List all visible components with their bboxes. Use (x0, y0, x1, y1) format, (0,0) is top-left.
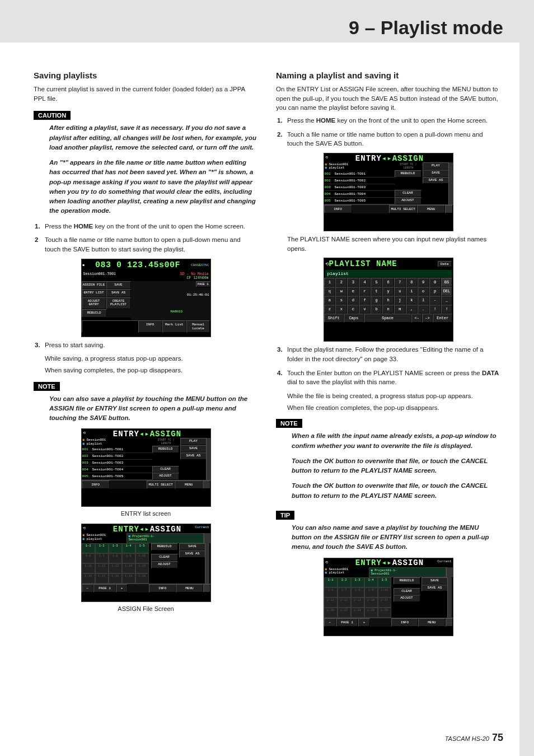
page-plus[interactable]: + (116, 584, 128, 592)
menu-button[interactable]: MENU (176, 584, 203, 592)
content-columns: Saving playlists The current playlist is… (34, 67, 500, 734)
adjust-entry-button[interactable]: ADJUST ENTRY (82, 297, 106, 309)
clear-button[interactable]: CLEAR (395, 190, 421, 197)
session-name: Session001-T001 (83, 272, 116, 280)
entry-list-illustration: ⟲ ENTRY◂▸ASSIGN ▣ Session001 ▣ playlist … (81, 428, 211, 507)
caps-key[interactable]: Caps (344, 314, 364, 323)
shift-key[interactable]: Shift (324, 314, 344, 323)
assign-file-illustration: Current ⟲ ENTRY◂▸ASSIGN ▣ Session001 ▣ p… (81, 524, 211, 602)
save-as-button[interactable]: SAVE AS (106, 289, 131, 297)
date-button[interactable]: Date (438, 261, 451, 267)
step-3: 3. Press to start saving. (34, 340, 258, 350)
save-as-button[interactable]: SAVE AS (179, 550, 206, 558)
step-4: 4. Touch the Enter button on the PLAYLIS… (276, 368, 500, 387)
menu-button[interactable]: MENU (175, 480, 203, 489)
page: 9 – Playlist mode Saving playlists The c… (0, 0, 534, 756)
rebuild-button[interactable]: REBUILD (394, 577, 420, 585)
scroll-dots[interactable] (206, 438, 210, 480)
product-name: TASCAM HS-20 (445, 735, 489, 742)
naming-intro: On the ENTRY List or ASSIGN File screen,… (276, 85, 500, 113)
scroll-dots[interactable] (448, 162, 453, 204)
page-minus[interactable]: − (324, 618, 336, 627)
side-bar (519, 0, 534, 756)
step-1: 1. Press the HOME key on the front of th… (276, 116, 500, 125)
menu-button[interactable]: MENU (417, 205, 445, 213)
save-button[interactable]: SAVE (106, 281, 131, 290)
page-plus[interactable]: + (358, 618, 371, 627)
save-as-button[interactable]: SAVE AS (180, 452, 207, 460)
timer: 083 0 123.45s00F (95, 260, 180, 270)
adjust-button[interactable]: ADJUST (152, 473, 179, 480)
adjust-button[interactable]: ADJUST (395, 197, 421, 204)
assign-file-button[interactable]: ASSIGN FILE (82, 281, 106, 290)
step3-a: While saving, a progress status pop-up a… (34, 354, 258, 363)
enter-key[interactable]: Enter (433, 314, 453, 323)
saving-heading: Saving playlists (34, 71, 258, 80)
kbd-title: PLAYLIST NAME (329, 259, 397, 268)
save-as-button[interactable]: SAVE AS (423, 177, 449, 184)
entry-saveas-illustration: ⟲ ENTRY◂▸ASSIGN ▣ Session001 ▣ playlist … (324, 153, 453, 231)
info-button[interactable]: INFO (149, 584, 176, 592)
entry-list-button[interactable]: ENTRY LIST (82, 289, 106, 297)
info-button[interactable]: INFO (324, 205, 352, 213)
waveform-area: PAGE 1 01:25:46:01 MARK03 (131, 281, 210, 320)
note2: Touch the OK button to overwrite that fi… (276, 456, 500, 476)
save-as-button[interactable]: SAVE AS (421, 585, 448, 592)
play-button[interactable]: PLAY (180, 438, 207, 445)
play-button[interactable]: PLAY (423, 162, 449, 170)
save-button[interactable]: SAVE (423, 170, 449, 177)
step3-b: When saving completes, the pop-up disapp… (34, 366, 258, 375)
left-column: Saving playlists The current playlist is… (34, 67, 258, 734)
slot-grid: 1-11-21-31-41-5 1-61-71-81-91-10 1-111-1… (82, 543, 151, 584)
step-2: 2 Touch a file name or title name button… (34, 235, 258, 254)
left-arrow-key[interactable]: <- (411, 314, 422, 323)
current-label: Current (437, 559, 451, 563)
timecode: 01:25:46:01 (187, 293, 209, 297)
save-button[interactable]: SAVE (421, 577, 448, 585)
clear-button[interactable]: CLEAR (394, 588, 420, 595)
adjust-button[interactable]: ADJUST (151, 561, 178, 568)
rebuild-button[interactable]: REBUILD (152, 446, 179, 453)
right-arrow-key[interactable]: -> (422, 314, 433, 323)
mark-label: MARK03 (171, 310, 183, 314)
name-input[interactable]: playlist (325, 270, 452, 277)
saving-intro: The current playlist is saved in the cur… (34, 85, 258, 103)
rebuild-button[interactable]: REBUILD (82, 309, 107, 318)
rebuild-button[interactable]: REBUILD (151, 543, 178, 550)
step-3: 3. Input the playlist name. Follow the p… (276, 345, 500, 363)
info-button[interactable]: INFO (391, 618, 418, 627)
multi-select-button[interactable]: MULTI SELECT (389, 205, 417, 213)
scroll-dots[interactable] (205, 543, 209, 584)
info-button[interactable]: INFO (138, 320, 162, 333)
note-text: You can also save a playlist by touching… (34, 394, 258, 423)
step1-bold: HOME (74, 223, 93, 230)
multi-select-button[interactable]: MULTI SELECT (147, 480, 175, 489)
space-key[interactable]: Space (364, 314, 412, 323)
note3: Touch the OK button to overwrite that fi… (276, 481, 500, 501)
step-2: 2. Touch a file name or title name butto… (276, 130, 500, 148)
step-1: 1. Press the HOME key on the front of th… (34, 222, 258, 231)
save-button[interactable]: SAVE (180, 445, 207, 452)
naming-heading: Naming a playlist and saving it (276, 71, 500, 80)
page-minus[interactable]: − (82, 584, 94, 592)
step3-sub: While saving, a progress status pop-up a… (34, 354, 258, 375)
save-button[interactable]: SAVE (179, 543, 206, 550)
mark-list-button[interactable]: Mark List (162, 320, 186, 333)
step2-text: Touch a file name or title name button t… (45, 236, 241, 253)
clear-button[interactable]: CLEAR (151, 554, 178, 561)
naming-steps-cont: 3. Input the playlist name. Follow the p… (276, 345, 500, 387)
adjust-button[interactable]: ADJUST (394, 595, 420, 602)
scroll-dots[interactable] (447, 577, 452, 618)
current-label: Current (195, 525, 209, 529)
after-img-1: The PLAYLIST NAME screen where you can i… (276, 235, 500, 253)
create-playlist-button[interactable]: CREATE PLAYLIST (106, 297, 131, 309)
home-screen-illustration: ■ 083 0 123.45s00F CHASE SYNC Session001… (81, 259, 211, 337)
tip-label: TIP (276, 511, 294, 520)
info-button[interactable]: INFO (82, 480, 110, 489)
saving-steps: 1. Press the HOME key on the front of th… (34, 222, 258, 254)
footer: TASCAM HS-20 75 (445, 732, 503, 744)
clear-button[interactable]: CLEAR (152, 466, 179, 473)
rebuild-button[interactable]: REBUILD (395, 170, 421, 178)
menu-button[interactable]: MENU (418, 618, 445, 627)
manual-locate-button[interactable]: Manual Locate (186, 320, 210, 333)
